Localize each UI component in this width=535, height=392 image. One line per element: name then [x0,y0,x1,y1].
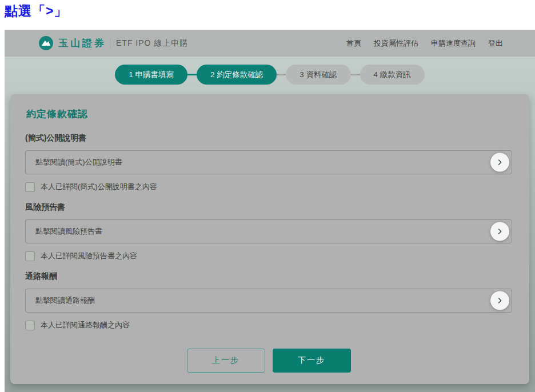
brand-logo-link[interactable]: 玉山證券 ETF IPO 線上申購 [39,36,188,50]
product-title: ETF IPO 線上申購 [116,38,188,49]
wizard-button-row: 上一步 下一步 [25,349,512,373]
page-body: 1 申購書填寫 2 約定條款確認 3 資料確認 4 繳款資訊 約定條款確認 (簡… [5,57,535,392]
section-label-prospectus: (簡式)公開說明書 [25,133,512,143]
prospectus-confirm-row: 本人已詳閱(簡式)公開說明書之內容 [25,182,512,192]
read-risk-disclosure-label: 點擊閱讀風險預告書 [35,226,102,237]
step-1-application-form: 1 申購書填寫 [115,65,187,85]
chevron-right-icon [496,159,504,166]
risk-disclosure-confirm-row: 本人已詳閱風險預告書之內容 [25,251,512,261]
read-risk-disclosure-row[interactable]: 點擊閱讀風險預告書 [25,219,512,243]
terms-confirmation-card: 約定條款確認 (簡式)公開說明書 點擊閱讀(簡式)公開說明書 本人已詳閱(簡式)… [10,94,529,384]
risk-disclosure-confirm-checkbox[interactable] [25,251,35,261]
channel-compensation-confirm-row: 本人已詳閱通路報酬之內容 [25,320,512,330]
page-title: 約定條款確認 [26,107,512,121]
nav-investor-profile[interactable]: 投資屬性評估 [374,38,418,49]
open-risk-disclosure-button[interactable] [490,222,509,241]
channel-compensation-confirm-checkbox[interactable] [25,321,35,330]
header-nav: 首頁 投資屬性評估 申購進度查詢 登出 [346,38,503,49]
step-connector [277,74,286,75]
step-3-data-confirmation: 3 資料確認 [286,65,350,85]
chevron-right-icon [496,297,504,305]
tutorial-page: 點選「>」 玉山證券 ETF IPO 線上申購 首頁 投資屬性評估 申購進度查詢… [0,0,535,392]
app-screenshot: 玉山證券 ETF IPO 線上申購 首頁 投資屬性評估 申購進度查詢 登出 1 … [5,30,535,392]
chevron-right-icon [496,228,504,235]
nav-logout[interactable]: 登出 [488,38,503,49]
step-connector [351,74,360,75]
step-2-terms-confirmation: 2 約定條款確認 [197,65,277,85]
read-prospectus-label: 點擊閱讀(簡式)公開說明書 [35,157,122,167]
brand-divider [110,38,110,49]
app-header: 玉山證券 ETF IPO 線上申購 首頁 投資屬性評估 申購進度查詢 登出 [5,30,535,57]
nav-subscription-progress[interactable]: 申購進度查詢 [431,38,476,49]
step-indicator: 1 申購書填寫 2 約定條款確認 3 資料確認 4 繳款資訊 [5,57,535,85]
prospectus-confirm-checkbox[interactable] [25,182,35,192]
prospectus-confirm-label: 本人已詳閱(簡式)公開說明書之內容 [41,182,157,192]
open-prospectus-button[interactable] [490,153,509,172]
brand-name: 玉山證券 [58,37,106,50]
open-channel-compensation-button[interactable] [490,291,509,310]
esun-mountain-logo-icon [39,36,53,50]
read-channel-compensation-row[interactable]: 點擊閱讀通路報酬 [25,289,512,313]
instruction-text: 點選「>」 [5,2,67,20]
step-connector [187,74,197,75]
section-label-channel-compensation: 通路報酬 [25,271,512,282]
prev-step-button[interactable]: 上一步 [187,349,265,373]
next-step-button[interactable]: 下一步 [273,349,351,373]
section-label-risk-disclosure: 風險預告書 [25,202,512,213]
risk-disclosure-confirm-label: 本人已詳閱風險預告書之內容 [41,251,137,261]
read-channel-compensation-label: 點擊閱讀通路報酬 [35,295,95,306]
channel-compensation-confirm-label: 本人已詳閱通路報酬之內容 [41,320,130,330]
step-4-payment-info: 4 繳款資訊 [360,65,425,85]
nav-home[interactable]: 首頁 [346,38,361,49]
read-prospectus-row[interactable]: 點擊閱讀(簡式)公開說明書 [25,150,512,174]
